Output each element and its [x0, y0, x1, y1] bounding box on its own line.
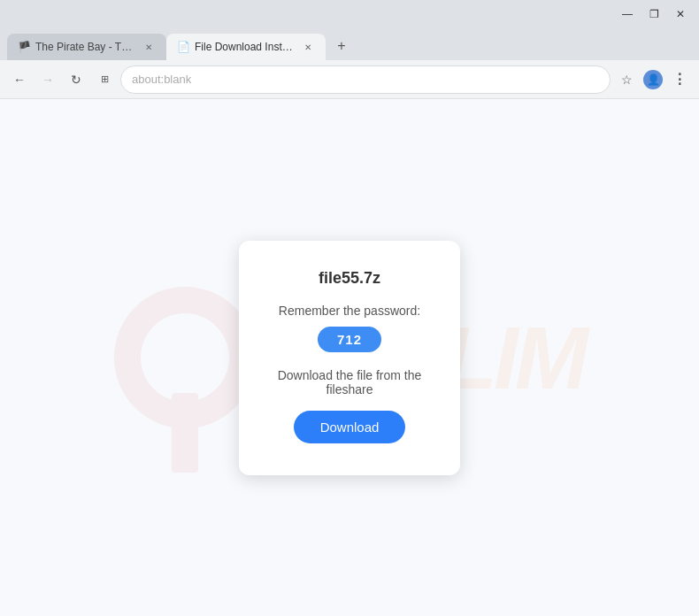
tab-filedownload-favicon: 📄: [177, 41, 189, 53]
forward-button[interactable]: →: [35, 67, 60, 92]
minimize-button[interactable]: —: [616, 6, 639, 22]
toolbar-right: ☆ 👤 ⋮: [614, 67, 692, 92]
filename-label: file55.7z: [319, 269, 380, 288]
modal-card: file55.7z Remember the password: 712 Dow…: [239, 241, 460, 475]
tab-piratebay-favicon: 🏴: [18, 41, 30, 53]
profile-icon: 👤: [643, 70, 663, 89]
tab-filedownload-close[interactable]: ✕: [301, 40, 315, 54]
page-content: FISHLIM file55.7z Remember the password:…: [0, 99, 699, 616]
tab-bar: 🏴 The Pirate Bay - The galaxy's m... ✕ 📄…: [0, 28, 699, 60]
extensions-button[interactable]: ⊞: [92, 67, 117, 92]
address-text: about:blank: [132, 73, 191, 86]
remember-label: Remember the password:: [279, 304, 420, 318]
browser-window: 🏴 The Pirate Bay - The galaxy's m... ✕ 📄…: [0, 28, 699, 616]
tab-piratebay[interactable]: 🏴 The Pirate Bay - The galaxy's m... ✕: [7, 34, 166, 60]
restore-button[interactable]: ❐: [642, 6, 665, 22]
navbar: ← → ↻ ⊞ about:blank ☆ 👤 ⋮: [0, 60, 699, 99]
tab-filedownload[interactable]: 📄 File Download Instructions for ↑ ✕: [166, 34, 326, 60]
close-button[interactable]: ✕: [669, 6, 692, 22]
menu-button[interactable]: ⋮: [667, 67, 692, 92]
os-titlebar: — ❐ ✕: [0, 0, 699, 28]
download-button[interactable]: Download: [294, 411, 406, 443]
reload-button[interactable]: ↻: [64, 67, 88, 92]
profile-button[interactable]: 👤: [641, 67, 665, 92]
address-bar[interactable]: about:blank: [120, 65, 611, 94]
instruction-label: Download the file from the fileshare: [274, 368, 425, 397]
new-tab-button[interactable]: +: [329, 34, 354, 58]
password-badge: 712: [318, 327, 381, 352]
back-button[interactable]: ←: [7, 67, 32, 92]
watermark-magnifier: [114, 287, 256, 428]
bookmark-button[interactable]: ☆: [614, 67, 639, 92]
tab-filedownload-title: File Download Instructions for ↑: [195, 41, 296, 53]
tab-piratebay-close[interactable]: ✕: [142, 40, 156, 54]
tab-piratebay-title: The Pirate Bay - The galaxy's m...: [35, 41, 136, 53]
